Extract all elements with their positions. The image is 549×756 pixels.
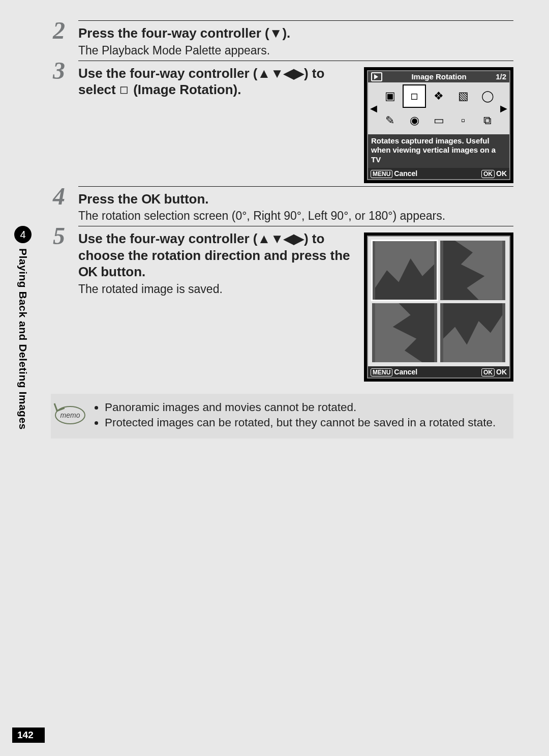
palette-icon-copy: ⧉ bbox=[476, 109, 499, 132]
step-number: 4 bbox=[51, 184, 67, 223]
step-5: 5 Use the four-way controller (▲▼◀▶) to … bbox=[51, 226, 513, 382]
menu-button-label: MENU bbox=[371, 368, 392, 376]
lcd-rotation-screen: MENUCancel OKOK bbox=[364, 232, 513, 382]
step-description: The rotation selection screen (0°, Right… bbox=[78, 209, 513, 223]
right-arrow-icon: ▶ bbox=[499, 103, 508, 114]
step-heading: Use the four-way controller (▲▼◀▶) to se… bbox=[78, 65, 355, 98]
side-tab: 4 Playing Back and Deleting Images bbox=[14, 226, 32, 430]
menu-button-label: MENU bbox=[371, 170, 392, 178]
step-description: The rotated image is saved. bbox=[78, 282, 355, 296]
rotation-grid bbox=[368, 237, 509, 366]
rotation-thumb-180 bbox=[440, 303, 505, 362]
palette-icon-resize: ▫ bbox=[451, 109, 475, 132]
step-heading: Use the four-way controller (▲▼◀▶) to ch… bbox=[78, 230, 355, 280]
step-2: 2 Press the four-way controller (▼). The… bbox=[51, 20, 513, 57]
page-number: 142 bbox=[12, 728, 45, 743]
lcd-title: Image Rotation bbox=[385, 72, 493, 81]
step-number: 3 bbox=[51, 59, 67, 183]
step-heading: Press the OK button. bbox=[78, 191, 513, 208]
step-3: 3 Use the four-way controller (▲▼◀▶) to … bbox=[51, 61, 513, 183]
palette-icon-frame: ▧ bbox=[451, 84, 475, 108]
ok-button-label: OK bbox=[481, 170, 495, 178]
step-description: The Playback Mode Palette appears. bbox=[78, 44, 513, 57]
left-arrow-icon: ◀ bbox=[369, 103, 378, 114]
step-heading: Press the four-way controller (▼). bbox=[78, 25, 513, 42]
rotation-thumb-0 bbox=[372, 241, 437, 300]
rotation-thumb-90 bbox=[440, 241, 505, 300]
memo-box: memo Panoramic images and movies cannot … bbox=[51, 394, 513, 439]
palette-icon-oval: ◯ bbox=[476, 84, 499, 108]
step-number: 2 bbox=[51, 18, 67, 57]
chapter-number-badge: 4 bbox=[14, 226, 32, 243]
palette-icon-slideshow: ▣ bbox=[378, 84, 402, 108]
palette-icon-rotation: ◇ bbox=[403, 84, 426, 108]
step-number: 5 bbox=[51, 224, 67, 382]
rotation-thumb-270 bbox=[372, 303, 437, 362]
chapter-title: Playing Back and Deleting Images bbox=[17, 248, 29, 430]
playback-mode-icon bbox=[371, 72, 382, 81]
memo-item: Panoramic images and movies cannot be ro… bbox=[105, 401, 504, 414]
memo-list: Panoramic images and movies cannot be ro… bbox=[95, 401, 504, 431]
step-4: 4 Press the OK button. The rotation sele… bbox=[51, 186, 513, 223]
lcd-page-indicator: 1/2 bbox=[496, 72, 506, 81]
palette-icon-crop: ✎ bbox=[378, 109, 402, 132]
palette-icon-movie: ▭ bbox=[427, 109, 450, 132]
palette-icon-redeye: ◉ bbox=[403, 109, 426, 132]
memo-item: Protected images can be rotated, but the… bbox=[105, 416, 504, 429]
lcd-description: Rotates captured images. Useful when vie… bbox=[368, 134, 509, 168]
lcd-palette-screen: Image Rotation 1/2 ◀ ▣ ◇ ❖ ▧ ◯ bbox=[364, 67, 513, 183]
memo-icon: memo bbox=[55, 402, 85, 431]
ok-button-label: OK bbox=[481, 368, 495, 376]
palette-icon-filter: ❖ bbox=[427, 84, 450, 108]
palette-grid: ▣ ◇ ❖ ▧ ◯ ✎ ◉ ▭ ▫ ⧉ bbox=[378, 84, 499, 132]
